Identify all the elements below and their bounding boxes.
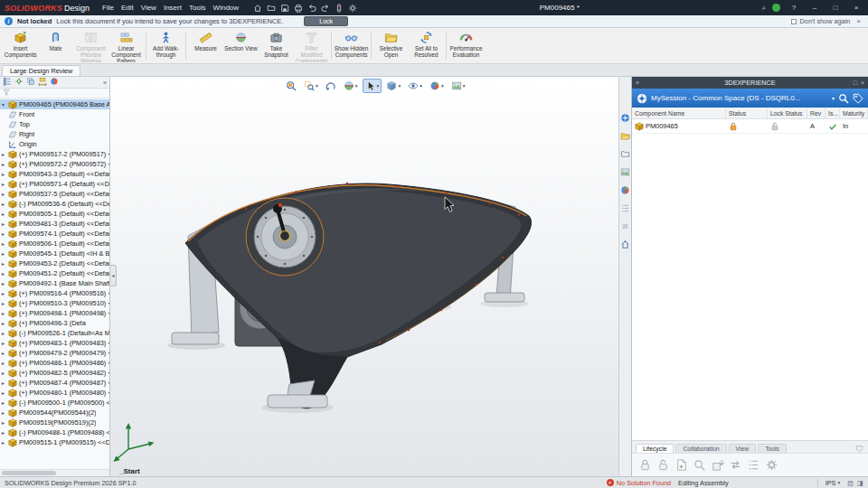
select-arrow-button[interactable]: ▾ xyxy=(363,79,382,93)
menu-tools[interactable]: Tools xyxy=(185,4,210,12)
menu-edit[interactable]: Edit xyxy=(118,4,137,12)
unlock-action-icon[interactable] xyxy=(656,458,670,472)
tree-filter-row[interactable] xyxy=(0,89,109,99)
expander-icon[interactable]: ▸ xyxy=(2,171,8,177)
collapse-panel-icon[interactable]: « xyxy=(636,80,639,86)
taskpane-tab-design-library[interactable] xyxy=(620,131,630,143)
feature-tree-icon[interactable] xyxy=(3,77,12,88)
tree-item-pm009517-2-pm009517-c[interactable]: ▸(+) PM009517-2 (PM009517) <<C xyxy=(0,149,109,159)
tree-item-pm009482-5-pm009482-c[interactable]: ▸(+) PM009482-5 (PM009482) <<C xyxy=(0,368,109,378)
taskpane-tab-resources[interactable] xyxy=(620,239,630,251)
expander-icon[interactable]: ▸ xyxy=(2,360,8,366)
ribbon-button-selective-open[interactable]: Selective Open xyxy=(373,29,409,62)
expander-icon[interactable]: ▸ xyxy=(2,280,8,286)
tab-lifecycle[interactable]: Lifecycle xyxy=(636,444,674,453)
expander-icon[interactable]: ▸ xyxy=(2,211,8,217)
tree-item-pm009510-3-pm009510-c[interactable]: ▸(+) PM009510-3 (PM009510) <<C xyxy=(0,298,109,308)
mysession-bar[interactable]: MySession - Common Space (DS - DSQRL0...… xyxy=(632,89,868,108)
expander-icon[interactable]: ▸ xyxy=(2,290,8,296)
expander-icon[interactable]: ▸ xyxy=(2,221,8,227)
column-header-lock-status[interactable]: Lock Status xyxy=(768,108,807,118)
taskpane-tab-forum[interactable] xyxy=(620,221,630,233)
expander-icon[interactable]: ▸ xyxy=(2,310,8,316)
tree-item-pm009519-pm009519-2[interactable]: ▸PM009519(PM009519)(2) xyxy=(0,418,109,427)
tree-item-pm009500-1-pm009500-d[interactable]: ▸(-) PM009500-1 (PM009500) <<D xyxy=(0,398,109,408)
expander-icon[interactable]: ▸ xyxy=(2,439,8,446)
property-manager-icon[interactable] xyxy=(14,77,24,88)
expander-icon[interactable]: ▸ xyxy=(2,191,8,197)
tree-item-pm009483-1-pm009483-c[interactable]: ▸(+) PM009483-1 (PM009483) <<C xyxy=(0,338,109,348)
lock-button[interactable]: Lock xyxy=(304,16,348,26)
edit-appearance-button[interactable]: ▾ xyxy=(427,79,447,93)
tag-icon[interactable] xyxy=(853,93,863,104)
tree-item-pm009465-pm009465-base-asser[interactable]: ▾PM009465 (PM009465 Base Asser xyxy=(0,99,109,109)
rebuild-icon[interactable] xyxy=(335,4,344,13)
tree-item-pm009496-3-defa[interactable]: ▸(+) PM009496-3 (Defa xyxy=(0,318,109,328)
tree-item-pm009480-1-pm009480-c[interactable]: ▸(+) PM009480-1 (PM009480) <<C xyxy=(0,388,109,398)
filter-funnel-icon[interactable] xyxy=(3,89,10,98)
expander-icon[interactable]: ▸ xyxy=(2,320,8,326)
tree-item-pm009545-1-default-ih-bb[interactable]: ▸PM009545-1 (Default) <IH & BB> xyxy=(0,249,109,258)
expander-icon[interactable]: ▸ xyxy=(2,340,8,346)
view-scene-button[interactable]: ▾ xyxy=(448,79,468,93)
graphics-viewport[interactable]: ▾▾▾▾▾▾▾ ◂ _Start xyxy=(110,77,618,476)
menu-window[interactable]: Window xyxy=(210,4,242,12)
tree-item-pm009571-4-default-default[interactable]: ▸(+) PM009571-4 (Default) <<Default: xyxy=(0,179,109,189)
ribbon-button-measure[interactable]: Measure xyxy=(188,29,223,62)
expander-icon[interactable]: ▸ xyxy=(2,151,8,157)
expander-icon[interactable]: ▸ xyxy=(2,429,8,436)
tab-view[interactable]: View xyxy=(729,444,757,453)
restore-panel-icon[interactable]: □ xyxy=(854,80,857,86)
tree-item-pm009526-1-default-as-mac[interactable]: ▸(-) PM009526-1 (Default<As Mac xyxy=(0,328,109,338)
expander-icon[interactable]: ▸ xyxy=(2,409,8,416)
tree-tabs-overflow[interactable]: » xyxy=(103,80,107,86)
taskpane-tab-custom-properties[interactable] xyxy=(620,203,630,215)
section-view-small-button[interactable]: ▾ xyxy=(341,79,361,93)
ribbon-button-mate[interactable]: Mate xyxy=(38,29,73,62)
ribbon-button-section-view[interactable]: Section View xyxy=(223,29,259,62)
menu-insert[interactable]: Insert xyxy=(160,4,185,12)
maximize-button[interactable]: □ xyxy=(828,4,843,12)
tab-large-design-review[interactable]: Large Design Review xyxy=(2,65,80,76)
previous-view-button[interactable] xyxy=(323,79,339,93)
tree-item-pm009479-2-pm009479-c[interactable]: ▸(+) PM009479-2 (PM009479) <<C xyxy=(0,348,109,358)
tag-statusbar-icon[interactable]: ◨ xyxy=(857,479,863,487)
replace-icon[interactable] xyxy=(729,458,742,472)
chevron-down-icon[interactable]: ▾ xyxy=(832,95,835,101)
save-icon[interactable] xyxy=(280,4,289,13)
expander-icon[interactable]: ▸ xyxy=(2,380,8,386)
tree-item-pm009488-1-pm009488-b[interactable]: ▸(-) PM009488-1 (PM009488) <<B xyxy=(0,427,109,437)
close-panel-icon[interactable]: × xyxy=(861,80,864,86)
ribbon-button-insert-components[interactable]: Insert Components xyxy=(3,29,38,62)
explore-icon[interactable] xyxy=(693,458,706,472)
tree-item-pm009572-2-pm009572-defa[interactable]: ▸(+) PM009572-2 (PM009572) <<Defa xyxy=(0,159,109,169)
pane-toggle-icon[interactable]: ▤ xyxy=(847,479,854,487)
expander-icon[interactable]: ▸ xyxy=(2,419,8,426)
column-header-component-name[interactable]: Component Name xyxy=(632,108,726,118)
scrollbar-thumb[interactable] xyxy=(2,471,56,475)
tree-item-top[interactable]: Top xyxy=(0,119,109,129)
favorites-icon[interactable] xyxy=(855,445,863,453)
tree-item-front[interactable]: Front xyxy=(0,109,109,119)
tab-tools[interactable]: Tools xyxy=(758,444,787,453)
tree-item-pm009451-2-default-default[interactable]: ▸PM009451-2 (Default) <<Default: xyxy=(0,268,109,278)
tree-item-pm009543-3-default-default[interactable]: ▸PM009543-3 (Default) <<Default: xyxy=(0,169,109,179)
tree-item-pm009481-3-default-default[interactable]: ▸PM009481-3 (Default) <<Default: xyxy=(0,219,109,229)
expander-icon[interactable]: ▸ xyxy=(2,370,8,376)
component-row[interactable]: PM009465AIn xyxy=(632,119,868,134)
expander-icon[interactable]: ▸ xyxy=(2,161,8,167)
insert-action-icon[interactable] xyxy=(711,458,724,472)
search-commands-icon[interactable]: ⌕ xyxy=(762,4,766,13)
expander-icon[interactable]: ▸ xyxy=(2,230,8,237)
ribbon-button-performance-evaluation[interactable]: Performance Evaluation xyxy=(448,29,484,62)
tree-item-pm009516-4-pm009516-c[interactable]: ▸(+) PM009516-4 (PM009516) <<C xyxy=(0,288,109,298)
taskpane-tab-file-explorer[interactable] xyxy=(620,149,630,161)
ribbon-button-take-snapshot[interactable]: Take Snapshot xyxy=(259,29,294,62)
units-selector[interactable]: IPS ▾ xyxy=(826,479,841,487)
expander-icon[interactable]: ▸ xyxy=(2,201,8,207)
expander-icon[interactable]: ▸ xyxy=(2,250,8,257)
expander-icon[interactable]: ▸ xyxy=(2,260,8,267)
expander-icon[interactable]: ▸ xyxy=(2,300,8,306)
taskpane-tab-3dexperience[interactable] xyxy=(620,113,630,125)
column-header-rev[interactable]: Rev xyxy=(807,108,826,118)
